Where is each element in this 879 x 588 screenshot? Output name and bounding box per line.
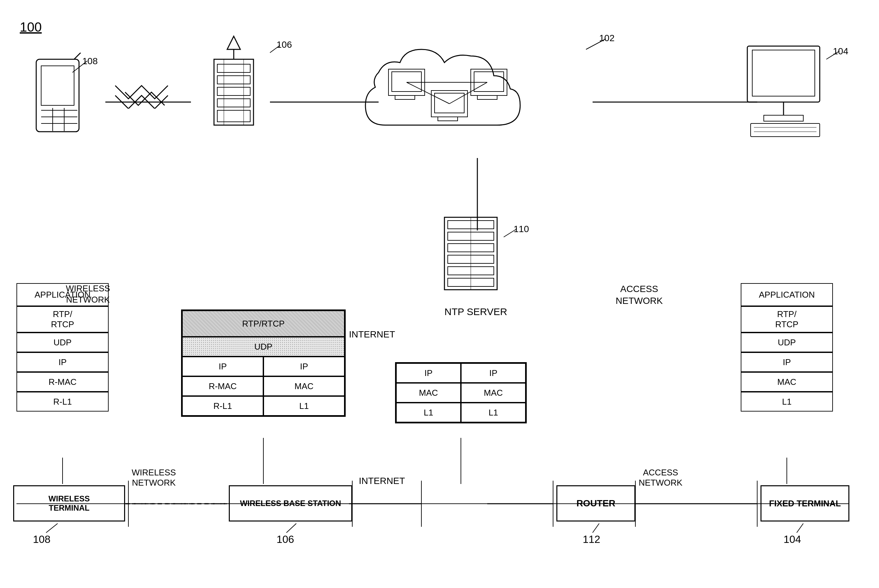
access-network-label: ACCESSNETWORK bbox=[616, 283, 663, 307]
access-network-bottom-label: ACCESSNETWORK bbox=[639, 468, 682, 488]
wireless-terminal-box: WIRELESSTERMINAL bbox=[13, 485, 125, 522]
ref-106-top: 106 bbox=[276, 39, 292, 50]
base-station-icon bbox=[198, 33, 270, 152]
svg-rect-21 bbox=[217, 76, 250, 84]
ref-112: 112 bbox=[583, 533, 600, 546]
wbs-l1-layer: L1 bbox=[263, 396, 345, 416]
wbs-udp-layer: UDP bbox=[182, 337, 345, 357]
svg-rect-30 bbox=[395, 96, 415, 99]
ft-rtp-layer: RTP/RTCP bbox=[741, 306, 833, 333]
ntp-server-icon bbox=[438, 214, 504, 300]
svg-rect-10 bbox=[41, 66, 74, 105]
svg-line-70 bbox=[286, 524, 296, 533]
svg-rect-34 bbox=[477, 96, 497, 99]
wbs-mac-layer: MAC bbox=[263, 376, 345, 396]
wt-udp-layer: UDP bbox=[16, 333, 109, 352]
ref-108-bottom: 108 bbox=[33, 533, 50, 546]
wt-rmac-layer: R-MAC bbox=[16, 372, 109, 392]
wt-rtp-layer: RTP/RTCP bbox=[16, 306, 109, 333]
ref-102: 102 bbox=[599, 33, 615, 44]
wireless-network-label: WIRELESSNETWORK bbox=[66, 283, 110, 306]
ref-108-top: 108 bbox=[82, 56, 98, 66]
internet-section-label: INTERNET bbox=[349, 329, 395, 340]
internet-bottom-label: INTERNET bbox=[359, 476, 405, 486]
svg-rect-22 bbox=[217, 87, 250, 96]
router-l1-left-layer: L1 bbox=[396, 403, 461, 422]
svg-rect-9 bbox=[36, 59, 79, 132]
svg-line-72 bbox=[797, 524, 803, 533]
svg-line-16 bbox=[74, 52, 81, 59]
fixed-terminal-stack: APPLICATION RTP/RTCP UDP IP MAC L1 bbox=[741, 283, 833, 411]
router-ip-right-layer: IP bbox=[461, 363, 526, 383]
wbs-ip-left-layer: IP bbox=[182, 357, 263, 376]
svg-marker-17 bbox=[227, 36, 240, 50]
ft-ip-layer: IP bbox=[741, 352, 833, 372]
wireless-signal-icon bbox=[109, 82, 174, 110]
wbs-rmac-layer: R-MAC bbox=[182, 376, 263, 396]
svg-rect-36 bbox=[435, 93, 464, 113]
wireless-base-station-box: WIRELESS BASE STATION bbox=[229, 485, 352, 522]
wt-rl1-layer: R-L1 bbox=[16, 392, 109, 411]
svg-rect-28 bbox=[392, 72, 422, 92]
svg-line-69 bbox=[46, 524, 58, 533]
svg-rect-38 bbox=[438, 117, 458, 121]
svg-rect-42 bbox=[747, 46, 820, 102]
wbs-rl1-layer: R-L1 bbox=[182, 396, 263, 416]
ref-104-bottom: 104 bbox=[783, 533, 801, 546]
wireless-base-station-stack: RTP/RTCP UDP IP IP R-MAC MAC R-L1 L1 bbox=[181, 309, 346, 417]
ref-104-top: 104 bbox=[833, 46, 848, 57]
router-mac-left-layer: MAC bbox=[396, 383, 461, 403]
svg-rect-20 bbox=[217, 64, 250, 72]
svg-rect-43 bbox=[752, 50, 815, 96]
ft-application-layer: APPLICATION bbox=[741, 283, 833, 306]
ref-106-bottom: 106 bbox=[276, 533, 294, 546]
ft-mac-layer: MAC bbox=[741, 372, 833, 392]
wbs-rtp-layer: RTP/RTCP bbox=[182, 310, 345, 337]
svg-rect-45 bbox=[764, 115, 803, 121]
svg-rect-32 bbox=[474, 72, 504, 92]
ft-udp-layer: UDP bbox=[741, 333, 833, 352]
router-box: ROUTER bbox=[556, 485, 635, 522]
fixed-terminal-box: FIXED TERMINAL bbox=[760, 485, 849, 522]
diagram-number: 100 bbox=[20, 20, 42, 34]
svg-rect-23 bbox=[217, 99, 250, 107]
ft-l1-layer: L1 bbox=[741, 392, 833, 411]
svg-rect-19 bbox=[214, 59, 254, 125]
ref-110: 110 bbox=[514, 224, 529, 234]
ntp-server-label: NTP SERVER bbox=[444, 306, 507, 317]
router-mac-right-layer: MAC bbox=[461, 383, 526, 403]
fixed-terminal-icon bbox=[741, 43, 833, 142]
router-l1-right-layer: L1 bbox=[461, 403, 526, 422]
wireless-network-bottom-label: WIRELESSNETWORK bbox=[132, 468, 176, 488]
mobile-device-icon bbox=[26, 52, 92, 145]
wbs-ip-right-layer: IP bbox=[263, 357, 345, 376]
router-ip-left-layer: IP bbox=[396, 363, 461, 383]
internet-cloud-icon bbox=[346, 26, 576, 158]
svg-rect-24 bbox=[217, 110, 250, 122]
svg-line-71 bbox=[592, 524, 599, 533]
wt-ip-layer: IP bbox=[16, 352, 109, 372]
svg-rect-46 bbox=[751, 123, 820, 136]
router-stack: IP IP MAC MAC L1 L1 bbox=[395, 362, 527, 423]
